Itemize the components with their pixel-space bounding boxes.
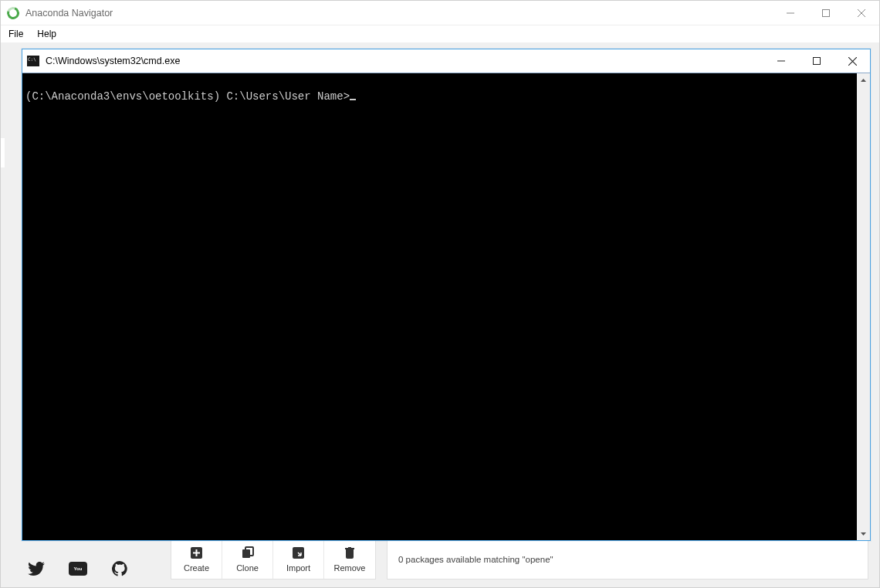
remove-button[interactable]: Remove: [324, 540, 375, 579]
cmd-window-controls: [763, 49, 870, 73]
navigator-close-button[interactable]: [844, 1, 879, 25]
remove-label: Remove: [334, 563, 366, 573]
navigator-bottombar: Create Clone Import: [171, 539, 868, 580]
twitter-icon[interactable]: [27, 561, 46, 576]
clone-icon: [242, 546, 254, 559]
package-status-text: 0 packages available matching "opene": [398, 555, 553, 564]
clone-button[interactable]: Clone: [222, 540, 273, 579]
anaconda-logo-icon: [5, 5, 21, 21]
package-status-bar: 0 packages available matching "opene": [387, 539, 868, 580]
cmd-terminal[interactable]: (C:\Anaconda3\envs\oetoolkits) C:\Users\…: [22, 73, 857, 540]
cmd-minimize-button[interactable]: [763, 49, 799, 73]
svg-text:You: You: [74, 566, 83, 571]
menu-file[interactable]: File: [8, 29, 23, 39]
youtube-icon[interactable]: You: [69, 561, 87, 576]
env-actions-group: Create Clone Import: [171, 539, 376, 580]
navigator-window-controls: [773, 1, 879, 25]
navigator-title: Anaconda Navigator: [25, 8, 113, 19]
github-icon[interactable]: [110, 561, 129, 576]
cmd-scrollbar[interactable]: [857, 73, 870, 540]
scroll-up-button[interactable]: [857, 73, 870, 86]
cmd-client-area: (C:\Anaconda3\envs\oetoolkits) C:\Users\…: [22, 73, 870, 540]
cmd-icon: [27, 56, 39, 66]
cmd-prompt: (C:\Anaconda3\envs\oetoolkits) C:\Users\…: [25, 90, 350, 103]
scroll-down-button[interactable]: [857, 527, 870, 540]
cmd-titlebar[interactable]: C:\Windows\system32\cmd.exe: [22, 49, 870, 73]
cmd-close-button[interactable]: [834, 49, 870, 73]
svg-rect-0: [823, 9, 830, 16]
cmd-cursor: [350, 99, 356, 100]
import-button[interactable]: Import: [273, 540, 324, 579]
remove-icon: [344, 546, 356, 559]
navigator-maximize-button[interactable]: [808, 1, 844, 25]
navigator-minimize-button[interactable]: [773, 1, 808, 25]
navigator-menubar: File Help: [1, 25, 879, 42]
navigator-social-icons: You: [27, 561, 129, 576]
create-label: Create: [184, 563, 209, 573]
import-label: Import: [286, 563, 310, 573]
cmd-maximize-button[interactable]: [799, 49, 834, 73]
import-icon: [293, 546, 305, 559]
scroll-track[interactable]: [857, 86, 870, 527]
svg-rect-7: [814, 58, 821, 65]
clone-label: Clone: [236, 563, 259, 573]
create-icon: [191, 546, 203, 559]
create-button[interactable]: Create: [171, 540, 222, 579]
navigator-titlebar[interactable]: Anaconda Navigator: [1, 1, 879, 25]
cmd-window: C:\Windows\system32\cmd.exe (C:\Anaconda…: [22, 49, 871, 541]
cmd-title: C:\Windows\system32\cmd.exe: [46, 56, 180, 66]
menu-help[interactable]: Help: [37, 29, 56, 39]
navigator-sidebar-active-indicator: [1, 138, 5, 167]
